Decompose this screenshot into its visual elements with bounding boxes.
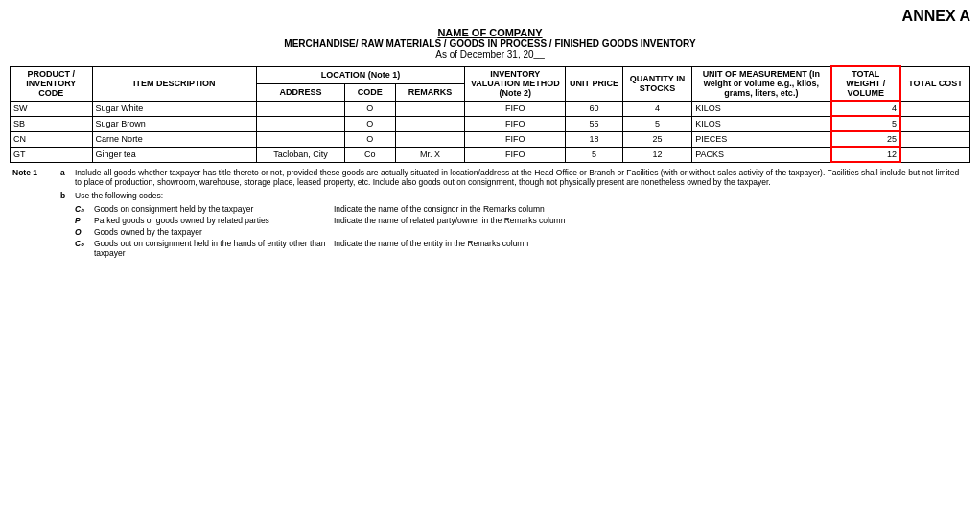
company-name: NAME OF COMPANY bbox=[10, 27, 970, 38]
row-description: Ginger tea bbox=[92, 147, 256, 162]
row-address bbox=[256, 101, 344, 116]
code-row: P Parked goods or goods owned by related… bbox=[10, 215, 970, 226]
row-unit-price: 55 bbox=[566, 116, 622, 131]
header-total-cost: TOTAL COST bbox=[900, 66, 970, 101]
inventory-title: MERCHANDISE/ RAW MATERIALS / GOODS IN PR… bbox=[10, 38, 970, 49]
header-uom: UNIT OF MEASUREMENT (In weight or volume… bbox=[692, 66, 831, 101]
row-uom: KILOS bbox=[692, 101, 831, 116]
header-unit-price: UNIT PRICE bbox=[566, 66, 622, 101]
row-code: SB bbox=[11, 116, 93, 131]
row-valuation: FIFO bbox=[465, 131, 566, 147]
row-loc-code: O bbox=[345, 116, 396, 131]
row-remarks bbox=[395, 101, 464, 116]
code-row: Cₒ Goods out on consignment held in the … bbox=[10, 238, 970, 259]
notes-section: Note 1 a Include all goods whether taxpa… bbox=[10, 167, 970, 259]
row-valuation: FIFO bbox=[465, 101, 566, 116]
header-product-code: PRODUCT / INVENTORY CODE bbox=[11, 66, 93, 101]
row-unit-price: 60 bbox=[566, 101, 622, 116]
row-total-cost bbox=[900, 147, 970, 162]
row-address bbox=[256, 131, 344, 147]
table-row: SB Sugar Brown O FIFO 55 5 KILOS 5 bbox=[11, 116, 970, 131]
note1a-label: a bbox=[58, 167, 72, 188]
row-qty: 4 bbox=[622, 101, 691, 116]
header-item-description: ITEM DESCRIPTION bbox=[92, 66, 256, 101]
note1a-text: Include all goods whether taxpayer has t… bbox=[72, 167, 970, 188]
header-address: ADDRESS bbox=[256, 83, 344, 101]
row-remarks bbox=[395, 116, 464, 131]
row-valuation: FIFO bbox=[465, 116, 566, 131]
row-total-cost bbox=[900, 116, 970, 131]
row-description: Sugar White bbox=[92, 101, 256, 116]
inventory-table: PRODUCT / INVENTORY CODE ITEM DESCRIPTIO… bbox=[10, 65, 970, 163]
row-address: Tacloban, City bbox=[256, 147, 344, 162]
row-code: GT bbox=[11, 147, 93, 162]
row-total-wv: 4 bbox=[831, 101, 900, 116]
row-address bbox=[256, 116, 344, 131]
row-total-cost bbox=[900, 131, 970, 147]
note1b-intro: Use the following codes: bbox=[72, 190, 970, 201]
row-loc-code: O bbox=[345, 101, 396, 116]
row-loc-code: O bbox=[345, 131, 396, 147]
header-total-weight-volume: TOTAL WEIGHT / VOLUME bbox=[831, 66, 900, 101]
row-description: Carne Norte bbox=[92, 131, 256, 147]
row-unit-price: 5 bbox=[566, 147, 622, 162]
note1b-label: b bbox=[58, 190, 72, 201]
row-uom: PIECES bbox=[692, 131, 831, 147]
row-total-wv: 5 bbox=[831, 116, 900, 131]
annex-title: ANNEX A bbox=[10, 8, 970, 25]
row-remarks: Mr. X bbox=[395, 147, 464, 162]
row-qty: 5 bbox=[622, 116, 691, 131]
date-line: As of December 31, 20__ bbox=[10, 49, 970, 59]
code-row: O Goods owned by the taxpayer bbox=[10, 226, 970, 238]
header-code: CODE bbox=[345, 83, 396, 101]
row-loc-code: Co bbox=[345, 147, 396, 162]
row-remarks bbox=[395, 131, 464, 147]
row-uom: PACKS bbox=[692, 147, 831, 162]
header-qty-stocks: QUANTITY IN STOCKS bbox=[622, 66, 691, 101]
note1-label: Note 1 bbox=[10, 167, 58, 188]
row-qty: 12 bbox=[622, 147, 691, 162]
row-total-wv: 12 bbox=[831, 147, 900, 162]
header-inventory-valuation: INVENTORY VALUATION METHOD (Note 2) bbox=[465, 66, 566, 101]
table-row: CN Carne Norte O FIFO 18 25 PIECES 25 bbox=[11, 131, 970, 147]
row-code: CN bbox=[11, 131, 93, 147]
table-row: SW Sugar White O FIFO 60 4 KILOS 4 bbox=[11, 101, 970, 116]
row-valuation: FIFO bbox=[465, 147, 566, 162]
table-row: GT Ginger tea Tacloban, City Co Mr. X FI… bbox=[11, 147, 970, 162]
row-total-wv: 25 bbox=[831, 131, 900, 147]
row-code: SW bbox=[11, 101, 93, 116]
row-uom: KILOS bbox=[692, 116, 831, 131]
code-row: Cₕ Goods on consignment held by the taxp… bbox=[10, 203, 970, 215]
row-qty: 25 bbox=[622, 131, 691, 147]
row-unit-price: 18 bbox=[566, 131, 622, 147]
row-total-cost bbox=[900, 101, 970, 116]
row-description: Sugar Brown bbox=[92, 116, 256, 131]
header-remarks: REMARKS bbox=[395, 83, 464, 101]
header-location: LOCATION (Note 1) bbox=[256, 66, 464, 83]
